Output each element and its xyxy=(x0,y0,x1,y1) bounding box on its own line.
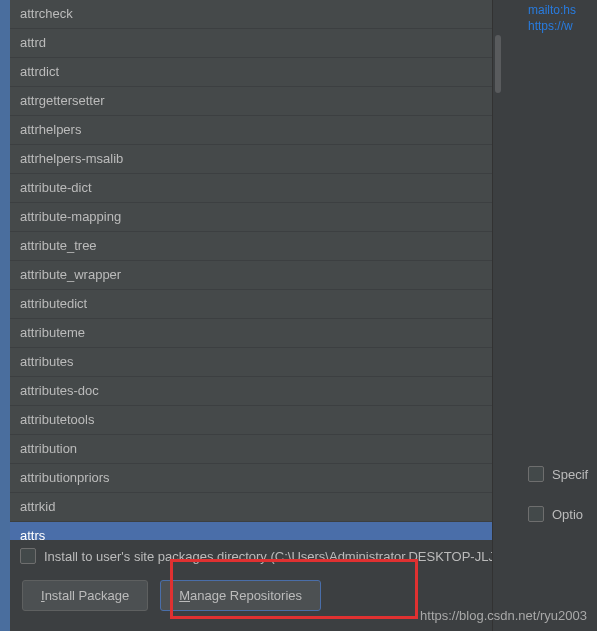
list-item[interactable]: attrhelpers xyxy=(10,116,492,145)
vertical-separator xyxy=(492,0,493,631)
https-link[interactable]: https://w xyxy=(528,18,576,34)
list-item[interactable]: attrdict xyxy=(10,58,492,87)
list-item[interactable]: attribute_wrapper xyxy=(10,261,492,290)
list-item[interactable]: attributetools xyxy=(10,406,492,435)
left-panel: attrcheckattrdattrdictattrgettersetterat… xyxy=(0,0,492,631)
list-item[interactable]: attribution xyxy=(10,435,492,464)
list-item[interactable]: attribute_tree xyxy=(10,232,492,261)
list-item[interactable]: attribute-mapping xyxy=(10,203,492,232)
list-item[interactable]: attrgettersetter xyxy=(10,87,492,116)
scrollbar-thumb[interactable] xyxy=(495,35,501,93)
link-fragments: mailto:hs https://w xyxy=(528,2,576,34)
install-user-site-checkbox[interactable] xyxy=(20,548,36,564)
install-rest: nstall Package xyxy=(45,588,130,603)
options-row[interactable]: Optio xyxy=(528,506,583,522)
package-list[interactable]: attrcheckattrdattrdictattrgettersetterat… xyxy=(10,0,492,540)
specify-version-label: Specif xyxy=(552,467,588,482)
install-user-site-label: Install to user's site packages director… xyxy=(44,549,532,564)
list-item[interactable]: attributeme xyxy=(10,319,492,348)
list-item[interactable]: attribute-dict xyxy=(10,174,492,203)
list-item[interactable]: attributes xyxy=(10,348,492,377)
list-item[interactable]: attributionpriors xyxy=(10,464,492,493)
list-item[interactable]: attrkid xyxy=(10,493,492,522)
list-item[interactable]: attributes-doc xyxy=(10,377,492,406)
watermark: https://blog.csdn.net/ryu2003 xyxy=(420,608,587,623)
list-item[interactable]: attrcheck xyxy=(10,0,492,29)
install-package-button[interactable]: Install Package xyxy=(22,580,148,611)
main-container: attrcheckattrdattrdictattrgettersetterat… xyxy=(0,0,597,631)
options-label: Optio xyxy=(552,507,583,522)
specify-version-checkbox[interactable] xyxy=(528,466,544,482)
manage-rest: anage Repositories xyxy=(190,588,302,603)
right-panel: mailto:hs https://w Specif Optio xyxy=(492,0,597,631)
mailto-link[interactable]: mailto:hs xyxy=(528,2,576,18)
package-list-scrollbar[interactable] xyxy=(494,0,502,631)
list-item[interactable]: attrs xyxy=(10,522,492,540)
specify-version-row[interactable]: Specif xyxy=(528,466,588,482)
list-item[interactable]: attributedict xyxy=(10,290,492,319)
options-checkbox[interactable] xyxy=(528,506,544,522)
list-item[interactable]: attrd xyxy=(10,29,492,58)
install-user-site-row[interactable]: Install to user's site packages director… xyxy=(10,540,492,572)
manage-repositories-button[interactable]: Manage Repositories xyxy=(160,580,321,611)
list-item[interactable]: attrhelpers-msalib xyxy=(10,145,492,174)
manage-mnemonic: M xyxy=(179,588,190,603)
